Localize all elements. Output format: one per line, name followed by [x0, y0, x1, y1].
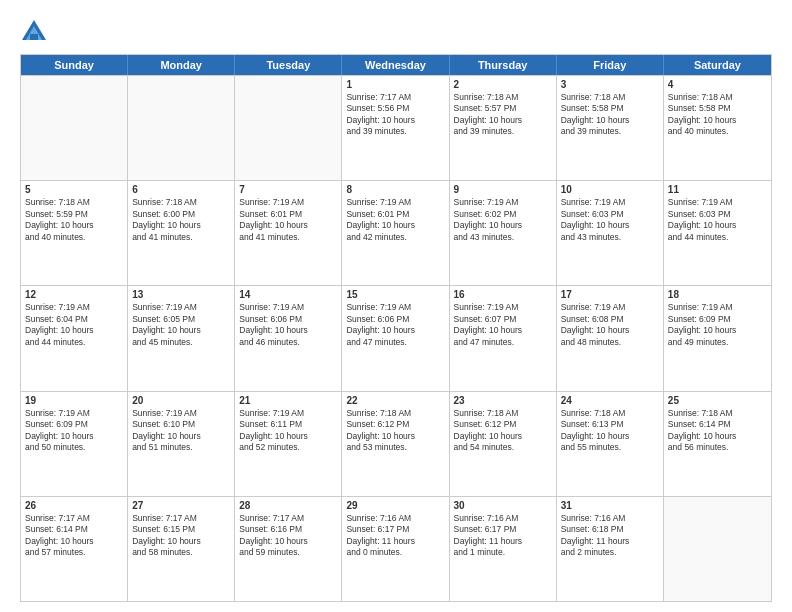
day-info: Sunrise: 7:16 AM Sunset: 6:17 PM Dayligh… — [346, 513, 444, 559]
day-number: 15 — [346, 289, 444, 300]
cal-cell: 3Sunrise: 7:18 AM Sunset: 5:58 PM Daylig… — [557, 76, 664, 180]
day-number: 3 — [561, 79, 659, 90]
cal-cell: 9Sunrise: 7:19 AM Sunset: 6:02 PM Daylig… — [450, 181, 557, 285]
day-info: Sunrise: 7:18 AM Sunset: 5:58 PM Dayligh… — [668, 92, 767, 138]
cal-cell: 19Sunrise: 7:19 AM Sunset: 6:09 PM Dayli… — [21, 392, 128, 496]
day-number: 26 — [25, 500, 123, 511]
day-info: Sunrise: 7:18 AM Sunset: 5:57 PM Dayligh… — [454, 92, 552, 138]
day-info: Sunrise: 7:16 AM Sunset: 6:18 PM Dayligh… — [561, 513, 659, 559]
weekday-header-thursday: Thursday — [450, 55, 557, 75]
cal-cell: 14Sunrise: 7:19 AM Sunset: 6:06 PM Dayli… — [235, 286, 342, 390]
week-row-4: 19Sunrise: 7:19 AM Sunset: 6:09 PM Dayli… — [21, 391, 771, 496]
day-info: Sunrise: 7:19 AM Sunset: 6:01 PM Dayligh… — [239, 197, 337, 243]
cal-cell: 30Sunrise: 7:16 AM Sunset: 6:17 PM Dayli… — [450, 497, 557, 601]
day-number: 19 — [25, 395, 123, 406]
day-info: Sunrise: 7:18 AM Sunset: 6:12 PM Dayligh… — [454, 408, 552, 454]
day-info: Sunrise: 7:19 AM Sunset: 6:03 PM Dayligh… — [668, 197, 767, 243]
day-info: Sunrise: 7:18 AM Sunset: 6:12 PM Dayligh… — [346, 408, 444, 454]
weekday-header-wednesday: Wednesday — [342, 55, 449, 75]
day-number: 10 — [561, 184, 659, 195]
cal-cell: 29Sunrise: 7:16 AM Sunset: 6:17 PM Dayli… — [342, 497, 449, 601]
day-info: Sunrise: 7:17 AM Sunset: 6:15 PM Dayligh… — [132, 513, 230, 559]
day-number: 22 — [346, 395, 444, 406]
weekday-header-saturday: Saturday — [664, 55, 771, 75]
calendar-body: 1Sunrise: 7:17 AM Sunset: 5:56 PM Daylig… — [21, 75, 771, 601]
cal-cell: 16Sunrise: 7:19 AM Sunset: 6:07 PM Dayli… — [450, 286, 557, 390]
cal-cell: 12Sunrise: 7:19 AM Sunset: 6:04 PM Dayli… — [21, 286, 128, 390]
day-number: 23 — [454, 395, 552, 406]
cal-cell: 20Sunrise: 7:19 AM Sunset: 6:10 PM Dayli… — [128, 392, 235, 496]
day-info: Sunrise: 7:18 AM Sunset: 6:00 PM Dayligh… — [132, 197, 230, 243]
cal-cell: 11Sunrise: 7:19 AM Sunset: 6:03 PM Dayli… — [664, 181, 771, 285]
cal-cell: 17Sunrise: 7:19 AM Sunset: 6:08 PM Dayli… — [557, 286, 664, 390]
day-info: Sunrise: 7:16 AM Sunset: 6:17 PM Dayligh… — [454, 513, 552, 559]
page: SundayMondayTuesdayWednesdayThursdayFrid… — [0, 0, 792, 612]
day-info: Sunrise: 7:19 AM Sunset: 6:09 PM Dayligh… — [668, 302, 767, 348]
day-info: Sunrise: 7:19 AM Sunset: 6:09 PM Dayligh… — [25, 408, 123, 454]
cal-cell: 22Sunrise: 7:18 AM Sunset: 6:12 PM Dayli… — [342, 392, 449, 496]
weekday-header-tuesday: Tuesday — [235, 55, 342, 75]
cal-cell: 26Sunrise: 7:17 AM Sunset: 6:14 PM Dayli… — [21, 497, 128, 601]
day-info: Sunrise: 7:19 AM Sunset: 6:05 PM Dayligh… — [132, 302, 230, 348]
cal-cell: 2Sunrise: 7:18 AM Sunset: 5:57 PM Daylig… — [450, 76, 557, 180]
day-number: 28 — [239, 500, 337, 511]
day-number: 29 — [346, 500, 444, 511]
calendar: SundayMondayTuesdayWednesdayThursdayFrid… — [20, 54, 772, 602]
svg-rect-2 — [30, 34, 38, 40]
day-number: 30 — [454, 500, 552, 511]
cal-cell: 6Sunrise: 7:18 AM Sunset: 6:00 PM Daylig… — [128, 181, 235, 285]
cal-cell: 24Sunrise: 7:18 AM Sunset: 6:13 PM Dayli… — [557, 392, 664, 496]
day-info: Sunrise: 7:18 AM Sunset: 5:59 PM Dayligh… — [25, 197, 123, 243]
cal-cell: 7Sunrise: 7:19 AM Sunset: 6:01 PM Daylig… — [235, 181, 342, 285]
day-info: Sunrise: 7:19 AM Sunset: 6:03 PM Dayligh… — [561, 197, 659, 243]
cal-cell: 15Sunrise: 7:19 AM Sunset: 6:06 PM Dayli… — [342, 286, 449, 390]
weekday-header-monday: Monday — [128, 55, 235, 75]
day-number: 8 — [346, 184, 444, 195]
day-info: Sunrise: 7:19 AM Sunset: 6:06 PM Dayligh… — [346, 302, 444, 348]
week-row-2: 5Sunrise: 7:18 AM Sunset: 5:59 PM Daylig… — [21, 180, 771, 285]
cal-cell: 27Sunrise: 7:17 AM Sunset: 6:15 PM Dayli… — [128, 497, 235, 601]
day-number: 13 — [132, 289, 230, 300]
cal-cell: 13Sunrise: 7:19 AM Sunset: 6:05 PM Dayli… — [128, 286, 235, 390]
day-number: 25 — [668, 395, 767, 406]
cal-cell: 31Sunrise: 7:16 AM Sunset: 6:18 PM Dayli… — [557, 497, 664, 601]
day-number: 11 — [668, 184, 767, 195]
day-number: 24 — [561, 395, 659, 406]
day-info: Sunrise: 7:18 AM Sunset: 6:14 PM Dayligh… — [668, 408, 767, 454]
weekday-header-friday: Friday — [557, 55, 664, 75]
day-number: 6 — [132, 184, 230, 195]
day-number: 31 — [561, 500, 659, 511]
day-info: Sunrise: 7:19 AM Sunset: 6:01 PM Dayligh… — [346, 197, 444, 243]
cal-cell — [664, 497, 771, 601]
day-number: 9 — [454, 184, 552, 195]
cal-cell: 28Sunrise: 7:17 AM Sunset: 6:16 PM Dayli… — [235, 497, 342, 601]
day-number: 17 — [561, 289, 659, 300]
day-number: 7 — [239, 184, 337, 195]
day-number: 12 — [25, 289, 123, 300]
calendar-header: SundayMondayTuesdayWednesdayThursdayFrid… — [21, 55, 771, 75]
cal-cell: 4Sunrise: 7:18 AM Sunset: 5:58 PM Daylig… — [664, 76, 771, 180]
day-info: Sunrise: 7:19 AM Sunset: 6:02 PM Dayligh… — [454, 197, 552, 243]
day-info: Sunrise: 7:19 AM Sunset: 6:10 PM Dayligh… — [132, 408, 230, 454]
day-info: Sunrise: 7:19 AM Sunset: 6:04 PM Dayligh… — [25, 302, 123, 348]
day-number: 16 — [454, 289, 552, 300]
day-number: 2 — [454, 79, 552, 90]
day-number: 14 — [239, 289, 337, 300]
week-row-1: 1Sunrise: 7:17 AM Sunset: 5:56 PM Daylig… — [21, 75, 771, 180]
cal-cell: 5Sunrise: 7:18 AM Sunset: 5:59 PM Daylig… — [21, 181, 128, 285]
cal-cell: 10Sunrise: 7:19 AM Sunset: 6:03 PM Dayli… — [557, 181, 664, 285]
day-number: 21 — [239, 395, 337, 406]
day-info: Sunrise: 7:17 AM Sunset: 6:16 PM Dayligh… — [239, 513, 337, 559]
cal-cell: 8Sunrise: 7:19 AM Sunset: 6:01 PM Daylig… — [342, 181, 449, 285]
day-number: 27 — [132, 500, 230, 511]
day-number: 1 — [346, 79, 444, 90]
day-info: Sunrise: 7:19 AM Sunset: 6:06 PM Dayligh… — [239, 302, 337, 348]
header — [20, 18, 772, 46]
week-row-3: 12Sunrise: 7:19 AM Sunset: 6:04 PM Dayli… — [21, 285, 771, 390]
day-number: 20 — [132, 395, 230, 406]
weekday-header-sunday: Sunday — [21, 55, 128, 75]
day-info: Sunrise: 7:19 AM Sunset: 6:11 PM Dayligh… — [239, 408, 337, 454]
cal-cell: 18Sunrise: 7:19 AM Sunset: 6:09 PM Dayli… — [664, 286, 771, 390]
cal-cell: 25Sunrise: 7:18 AM Sunset: 6:14 PM Dayli… — [664, 392, 771, 496]
cal-cell — [21, 76, 128, 180]
